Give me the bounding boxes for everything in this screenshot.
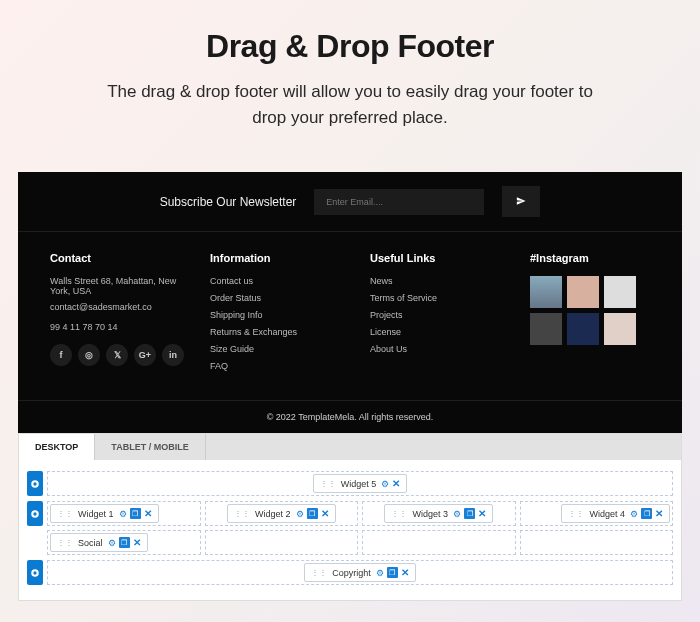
send-icon <box>516 196 526 206</box>
useful-link[interactable]: News <box>370 276 504 286</box>
instagram-thumb[interactable] <box>530 276 562 308</box>
close-icon[interactable]: ✕ <box>133 537 141 548</box>
tab-tablet-mobile[interactable]: TABLET / MOBILE <box>95 434 205 460</box>
builder-cell[interactable]: ⋮⋮ Social ⚙❐✕ <box>47 530 201 555</box>
widget-block-widget1[interactable]: ⋮⋮ Widget 1 ⚙❐✕ <box>50 504 159 523</box>
duplicate-icon[interactable]: ❐ <box>119 537 130 548</box>
duplicate-icon[interactable]: ❐ <box>130 508 141 519</box>
instagram-icon[interactable]: ◎ <box>78 344 100 366</box>
instagram-thumb[interactable] <box>567 276 599 308</box>
contact-email: contact@sadesmarket.co <box>50 302 184 312</box>
widget-block-widget2[interactable]: ⋮⋮ Widget 2 ⚙❐✕ <box>227 504 336 523</box>
footer-col-useful: Useful Links News Terms of Service Proje… <box>370 252 504 378</box>
footer-col-information: Information Contact us Order Status Ship… <box>210 252 344 378</box>
close-icon[interactable]: ✕ <box>401 567 409 578</box>
contact-phone: 99 4 11 78 70 14 <box>50 322 184 332</box>
instagram-thumb[interactable] <box>604 276 636 308</box>
linkedin-icon[interactable]: in <box>162 344 184 366</box>
widget-label: Widget 2 <box>255 509 291 519</box>
newsletter-label: Subscribe Our Newsletter <box>160 195 297 209</box>
gear-icon[interactable]: ⚙ <box>296 509 304 519</box>
instagram-heading: #Instagram <box>530 252 650 264</box>
gear-icon[interactable]: ⚙ <box>453 509 461 519</box>
duplicate-icon[interactable]: ❐ <box>307 508 318 519</box>
row-settings-handle[interactable] <box>27 560 43 585</box>
info-link[interactable]: Returns & Exchanges <box>210 327 344 337</box>
widget-block-widget3[interactable]: ⋮⋮ Widget 3 ⚙❐✕ <box>384 504 493 523</box>
useful-link[interactable]: Terms of Service <box>370 293 504 303</box>
close-icon[interactable]: ✕ <box>655 508 663 519</box>
instagram-thumb[interactable] <box>530 313 562 345</box>
builder-row: ⋮⋮ Widget 1 ⚙❐✕ ⋮⋮ Widget 2 ⚙❐✕ ⋮⋮ W <box>27 501 673 526</box>
widget-block-widget4[interactable]: ⋮⋮ Widget 4 ⚙❐✕ <box>561 504 670 523</box>
widget-label: Widget 5 <box>341 479 377 489</box>
widget-label: Copyright <box>332 568 371 578</box>
row-settings-handle[interactable] <box>27 471 43 496</box>
builder-cell[interactable] <box>520 530 674 555</box>
widget-label: Widget 1 <box>78 509 114 519</box>
newsletter-email-input[interactable] <box>314 189 484 215</box>
useful-link[interactable]: Projects <box>370 310 504 320</box>
close-icon[interactable]: ✕ <box>321 508 329 519</box>
gear-icon[interactable]: ⚙ <box>108 538 116 548</box>
drag-icon: ⋮⋮ <box>234 509 250 518</box>
info-link[interactable]: Order Status <box>210 293 344 303</box>
drag-icon: ⋮⋮ <box>391 509 407 518</box>
builder-cell[interactable]: ⋮⋮ Widget 5 ⚙ ✕ <box>47 471 673 496</box>
instagram-thumb[interactable] <box>604 313 636 345</box>
instagram-grid <box>530 276 650 345</box>
builder-cell[interactable] <box>362 530 516 555</box>
newsletter-send-button[interactable] <box>502 186 540 217</box>
builder-cell[interactable] <box>205 530 359 555</box>
builder-row: ⋮⋮ Widget 5 ⚙ ✕ <box>27 471 673 496</box>
builder-cell[interactable]: ⋮⋮ Widget 1 ⚙❐✕ <box>47 501 201 526</box>
gear-icon[interactable]: ⚙ <box>630 509 638 519</box>
info-link[interactable]: Contact us <box>210 276 344 286</box>
footer-builder: DESKTOP TABLET / MOBILE ⋮⋮ Widget 5 ⚙ ✕ <box>18 433 682 601</box>
widget-block-copyright[interactable]: ⋮⋮ Copyright ⚙❐✕ <box>304 563 416 582</box>
instagram-thumb[interactable] <box>567 313 599 345</box>
page-title: Drag & Drop Footer <box>40 28 660 65</box>
drag-icon: ⋮⋮ <box>320 479 336 488</box>
widget-block-widget5[interactable]: ⋮⋮ Widget 5 ⚙ ✕ <box>313 474 408 493</box>
builder-row: ⋮⋮ Social ⚙❐✕ <box>27 530 673 555</box>
contact-address: Walls Street 68, Mahattan, New York, USA <box>50 276 184 296</box>
useful-heading: Useful Links <box>370 252 504 264</box>
close-icon[interactable]: ✕ <box>392 478 400 489</box>
builder-cell[interactable]: ⋮⋮ Widget 4 ⚙❐✕ <box>520 501 674 526</box>
gear-icon[interactable]: ⚙ <box>119 509 127 519</box>
footer-col-contact: Contact Walls Street 68, Mahattan, New Y… <box>50 252 184 378</box>
builder-cell[interactable]: ⋮⋮ Copyright ⚙❐✕ <box>47 560 673 585</box>
duplicate-icon[interactable]: ❐ <box>641 508 652 519</box>
row-settings-handle[interactable] <box>27 501 43 526</box>
googleplus-icon[interactable]: G+ <box>134 344 156 366</box>
builder-cell[interactable]: ⋮⋮ Widget 3 ⚙❐✕ <box>362 501 516 526</box>
contact-heading: Contact <box>50 252 184 264</box>
footer-preview: Subscribe Our Newsletter Contact Walls S… <box>18 172 682 433</box>
close-icon[interactable]: ✕ <box>144 508 152 519</box>
builder-row: ⋮⋮ Copyright ⚙❐✕ <box>27 560 673 585</box>
builder-cell[interactable]: ⋮⋮ Widget 2 ⚙❐✕ <box>205 501 359 526</box>
info-link[interactable]: Shipping Info <box>210 310 344 320</box>
twitter-icon[interactable]: 𝕏 <box>106 344 128 366</box>
duplicate-icon[interactable]: ❐ <box>464 508 475 519</box>
info-link[interactable]: Size Guide <box>210 344 344 354</box>
drag-icon: ⋮⋮ <box>311 568 327 577</box>
tab-desktop[interactable]: DESKTOP <box>19 434 95 460</box>
builder-tabs: DESKTOP TABLET / MOBILE <box>19 434 681 460</box>
facebook-icon[interactable]: f <box>50 344 72 366</box>
widget-label: Social <box>78 538 103 548</box>
useful-link[interactable]: License <box>370 327 504 337</box>
footer-col-instagram: #Instagram <box>530 252 650 378</box>
info-link[interactable]: FAQ <box>210 361 344 371</box>
gear-icon[interactable]: ⚙ <box>381 479 389 489</box>
drag-icon: ⋮⋮ <box>57 509 73 518</box>
newsletter-bar: Subscribe Our Newsletter <box>18 172 682 232</box>
widget-label: Widget 4 <box>589 509 625 519</box>
footer-copyright: © 2022 TemplateMela. All rights reserved… <box>18 400 682 433</box>
duplicate-icon[interactable]: ❐ <box>387 567 398 578</box>
close-icon[interactable]: ✕ <box>478 508 486 519</box>
gear-icon[interactable]: ⚙ <box>376 568 384 578</box>
widget-block-social[interactable]: ⋮⋮ Social ⚙❐✕ <box>50 533 148 552</box>
useful-link[interactable]: About Us <box>370 344 504 354</box>
